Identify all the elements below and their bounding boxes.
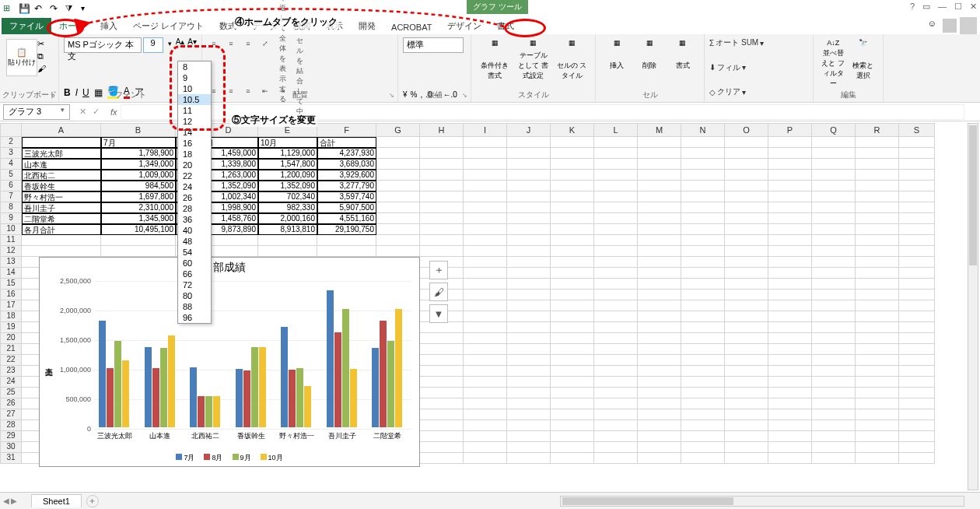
cell[interactable] [768,268,812,279]
cell[interactable] [638,333,681,344]
cell[interactable] [507,420,551,431]
cell[interactable] [420,377,464,388]
cell[interactable] [812,159,856,170]
font-name-combobox[interactable]: MS Pゴシック 本文 [64,37,142,53]
cell[interactable] [420,409,464,420]
cell[interactable] [464,257,507,268]
cell[interactable] [768,355,812,366]
chart-bar[interactable] [372,348,379,427]
cell[interactable] [420,137,464,148]
cell[interactable] [856,398,899,409]
cell[interactable] [638,442,681,453]
column-header[interactable]: J [507,123,551,137]
cell[interactable] [464,137,507,148]
cell[interactable] [856,290,899,300]
cell[interactable] [594,398,638,409]
cell[interactable] [594,191,638,202]
user-account-icon[interactable] [960,17,977,34]
cell[interactable] [725,377,768,388]
cell[interactable] [681,137,725,148]
cell[interactable] [681,333,725,344]
cell[interactable] [594,431,638,442]
cell[interactable] [507,279,551,290]
column-header[interactable]: Q [812,123,856,137]
cell[interactable] [856,366,899,377]
cell[interactable] [551,322,594,333]
cell[interactable] [101,246,176,257]
ribbon-collapse-icon[interactable]: ▭ [922,2,930,12]
cell[interactable] [768,213,812,224]
cell[interactable] [812,191,856,202]
cell[interactable] [507,409,551,420]
chart-bar[interactable] [152,368,159,427]
row-header[interactable]: 10 [0,224,22,235]
tab-developer[interactable]: 開発 [351,18,383,34]
cell[interactable] [856,159,899,170]
cell[interactable] [812,279,856,290]
column-header[interactable]: K [551,123,594,137]
cell[interactable] [681,420,725,431]
cell[interactable]: 702,340 [258,191,317,202]
cell[interactable] [101,235,176,246]
cell[interactable] [638,290,681,300]
chart-elements-button[interactable]: ＋ [429,261,448,279]
cell[interactable] [768,377,812,388]
cell[interactable] [507,213,551,224]
cell[interactable] [768,442,812,453]
cell[interactable] [376,148,420,159]
cell[interactable] [507,333,551,344]
cell[interactable] [681,377,725,388]
chart-bar[interactable] [145,347,152,427]
cell[interactable]: 2,310,000 [101,202,176,213]
cell[interactable] [464,453,507,464]
cell[interactable] [551,268,594,279]
tab-page-layout[interactable]: ページ レイアウト [125,18,212,34]
minimize-icon[interactable]: — [938,2,947,12]
cell[interactable] [812,453,856,464]
cell[interactable] [22,137,101,148]
cell[interactable] [899,388,935,398]
cell[interactable]: 合計 [317,137,376,148]
cell[interactable] [899,409,935,420]
tab-chart-design[interactable]: デザイン [439,18,489,34]
cell[interactable] [507,170,551,181]
row-header[interactable]: 23 [0,366,22,377]
cell[interactable] [551,290,594,300]
cell[interactable] [856,420,899,431]
cell[interactable] [464,170,507,181]
cell[interactable] [507,159,551,170]
cell[interactable] [507,366,551,377]
cell[interactable] [899,333,935,344]
chart-bar[interactable] [107,368,114,427]
cell[interactable] [768,181,812,191]
font-size-option[interactable]: 9 [178,72,211,83]
cell[interactable] [507,202,551,213]
cell[interactable]: 1,129,000 [258,148,317,159]
cell[interactable] [464,377,507,388]
cell[interactable] [725,148,768,159]
cell[interactable]: 1,345,900 [101,213,176,224]
cell[interactable] [376,246,420,257]
cell[interactable] [681,322,725,333]
chart-bar[interactable] [99,321,106,427]
cell[interactable] [725,191,768,202]
cell[interactable] [899,181,935,191]
cell[interactable] [594,290,638,300]
column-header[interactable]: A [22,123,101,137]
chart-bar[interactable] [205,396,212,427]
cell[interactable] [507,290,551,300]
cell[interactable] [507,235,551,246]
cell[interactable] [594,311,638,322]
cell[interactable] [594,322,638,333]
font-size-option[interactable]: 54 [178,247,211,258]
column-header[interactable]: R [856,123,899,137]
cell[interactable] [551,344,594,355]
cell[interactable] [768,409,812,420]
cell[interactable] [464,344,507,355]
cell[interactable] [856,213,899,224]
cell[interactable] [638,311,681,322]
cell[interactable] [638,420,681,431]
cell[interactable] [420,388,464,398]
cell[interactable] [681,181,725,191]
cell[interactable] [464,279,507,290]
